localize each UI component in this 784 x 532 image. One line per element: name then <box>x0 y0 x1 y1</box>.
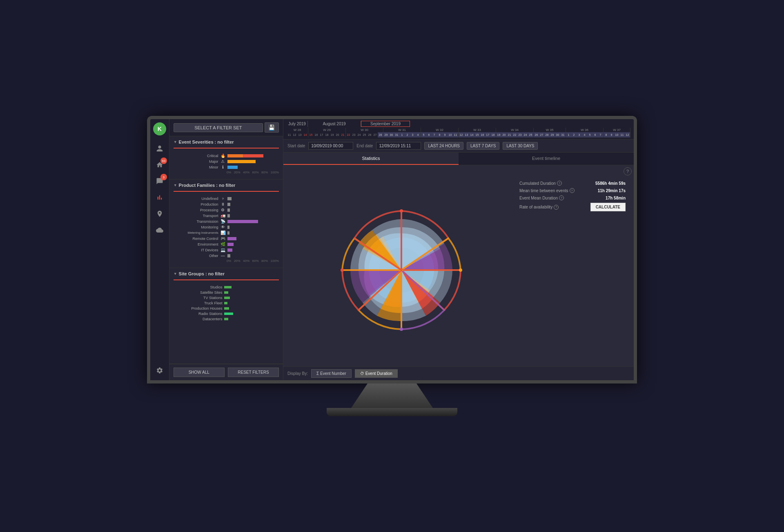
day-num[interactable]: 28 <box>378 132 383 137</box>
day-num[interactable]: 23 <box>517 132 523 137</box>
day-num[interactable]: 24 <box>523 132 528 137</box>
cumulated-info-icon[interactable]: ? <box>557 181 562 186</box>
filter-select-button[interactable]: SELECT A FILTER SET <box>174 123 263 132</box>
donut-chart: Events 2600 Aggregated duration 63h 11mi… <box>324 188 479 344</box>
site-collapse-icon[interactable]: ▼ <box>174 272 177 276</box>
minor-icon: ℹ <box>220 165 226 169</box>
day-num[interactable]: 27 <box>372 132 378 137</box>
day-num[interactable]: 11 <box>453 132 458 137</box>
day-num[interactable]: 1 <box>399 132 405 137</box>
severity-collapse-icon[interactable]: ▼ <box>174 140 177 144</box>
day-num[interactable]: 22 <box>346 132 351 137</box>
day-num[interactable]: 23 <box>351 132 356 137</box>
day-num[interactable]: 29 <box>383 132 389 137</box>
day-num[interactable]: 9 <box>609 132 614 137</box>
day-num[interactable]: 2 <box>571 132 577 137</box>
cumulated-value: 5586h 4min 59s <box>595 181 626 186</box>
availability-info-icon[interactable]: ? <box>554 205 559 210</box>
day-num[interactable]: 26 <box>367 132 372 137</box>
major-icon: ⚠ <box>220 159 226 164</box>
day-num[interactable]: 11 <box>287 132 292 137</box>
day-num[interactable]: 21 <box>507 132 512 137</box>
day-num[interactable]: 25 <box>528 132 533 137</box>
day-num[interactable]: 12 <box>625 132 630 137</box>
mean-duration-info-icon[interactable]: ? <box>559 195 564 200</box>
day-num[interactable]: 16 <box>314 132 319 137</box>
day-num[interactable]: 24 <box>356 132 362 137</box>
sidebar-item-home[interactable]: 93 <box>153 158 166 171</box>
day-num[interactable]: 20 <box>501 132 507 137</box>
reset-filters-button[interactable]: RESET FILTERS <box>228 368 279 377</box>
day-num[interactable]: 12 <box>459 132 464 137</box>
day-num[interactable]: 9 <box>442 132 448 137</box>
day-num[interactable]: 3 <box>410 132 415 137</box>
event-duration-button[interactable]: ⏱ Event Duration <box>355 369 398 378</box>
day-num[interactable]: 6 <box>592 132 598 137</box>
show-all-button[interactable]: SHOW ALL <box>174 368 225 377</box>
calculate-button[interactable]: CALCULATE <box>590 203 626 211</box>
end-date-input[interactable] <box>376 142 421 150</box>
day-num[interactable]: 17 <box>485 132 490 137</box>
day-num[interactable]: 20 <box>335 132 340 137</box>
last-30d-button[interactable]: LAST 30 DAYS <box>503 142 538 150</box>
day-num[interactable]: 14 <box>469 132 474 137</box>
day-num[interactable]: 29 <box>550 132 555 137</box>
day-num[interactable]: 25 <box>362 132 367 137</box>
day-num[interactable]: 26 <box>534 132 539 137</box>
help-icon[interactable]: ? <box>624 167 632 175</box>
day-num[interactable]: 4 <box>415 132 421 137</box>
day-num[interactable]: 30 <box>555 132 560 137</box>
day-num[interactable]: 17 <box>319 132 324 137</box>
day-num[interactable]: 21 <box>340 132 345 137</box>
day-num[interactable]: 14 <box>303 132 308 137</box>
day-num[interactable]: 12 <box>292 132 297 137</box>
day-num[interactable]: 31 <box>560 132 566 137</box>
day-num[interactable]: 13 <box>464 132 469 137</box>
day-num[interactable]: 30 <box>389 132 394 137</box>
day-num[interactable]: 27 <box>539 132 544 137</box>
week-37: W 37 8 9 10 11 12 <box>604 128 630 137</box>
week-29: W 29 15 16 17 18 19 20 21 <box>308 128 346 137</box>
day-num[interactable]: 6 <box>426 132 432 137</box>
mean-time-info-icon[interactable]: ? <box>570 188 575 193</box>
day-num[interactable]: 2 <box>405 132 410 137</box>
tab-event-timeline[interactable]: Event timeline <box>459 153 634 165</box>
day-num[interactable]: 18 <box>490 132 496 137</box>
day-num[interactable]: 22 <box>512 132 517 137</box>
sidebar-item-chart[interactable] <box>153 191 166 204</box>
day-num[interactable]: 19 <box>330 132 335 137</box>
filter-save-button[interactable]: 💾 <box>265 122 279 133</box>
event-number-button[interactable]: Σ Event Number <box>311 369 352 378</box>
sidebar-item-cloud[interactable] <box>153 224 166 237</box>
start-date-input[interactable] <box>308 142 353 150</box>
day-num[interactable]: 3 <box>577 132 582 137</box>
day-num[interactable]: 10 <box>448 132 453 137</box>
day-num[interactable]: 8 <box>437 132 442 137</box>
day-num[interactable]: 15 <box>474 132 480 137</box>
day-num[interactable]: 28 <box>544 132 550 137</box>
sidebar-item-pin[interactable] <box>153 207 166 220</box>
product-collapse-icon[interactable]: ▼ <box>174 183 177 187</box>
sidebar-item-gear[interactable] <box>153 364 166 377</box>
day-num[interactable]: 7 <box>598 132 603 137</box>
last-7d-button[interactable]: LAST 7 DAYS <box>467 142 499 150</box>
day-num[interactable]: 8 <box>604 132 609 137</box>
day-num[interactable]: 15 <box>308 132 314 137</box>
day-num[interactable]: 5 <box>587 132 592 137</box>
day-num[interactable]: 19 <box>496 132 501 137</box>
day-start[interactable]: 1 <box>566 132 571 137</box>
day-num[interactable]: 5 <box>421 132 426 137</box>
day-end[interactable]: 10 <box>614 132 619 137</box>
day-num[interactable]: 7 <box>432 132 437 137</box>
last-24h-button[interactable]: LAST 24 HOURS <box>424 142 463 150</box>
tab-statistics[interactable]: Statistics <box>283 153 459 165</box>
sidebar-item-alerts[interactable]: 3 <box>153 175 166 188</box>
day-num[interactable]: 18 <box>324 132 330 137</box>
day-num[interactable]: 4 <box>582 132 587 137</box>
day-num[interactable]: 11 <box>619 132 625 137</box>
day-num[interactable]: 16 <box>480 132 485 137</box>
day-num[interactable]: 13 <box>297 132 303 137</box>
sidebar-item-user[interactable] <box>153 142 166 155</box>
site-datacenters: Datacenters <box>174 317 279 321</box>
day-num[interactable]: 31 <box>394 132 399 137</box>
